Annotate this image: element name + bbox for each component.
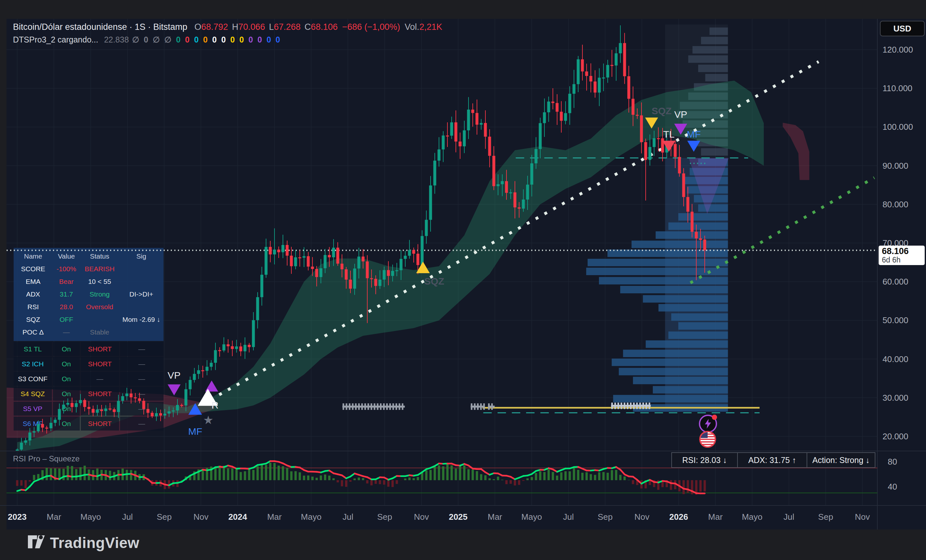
indicator-legend-row[interactable]: DTSPro3_2 cargando...22.838∅0∅∅000000000…	[13, 35, 284, 44]
time-axis-label[interactable]: Mar	[267, 512, 281, 522]
momentum-bar	[223, 466, 225, 480]
price-axis-label[interactable]: 100.000	[882, 122, 913, 132]
momentum-bar	[396, 480, 398, 484]
time-axis-label[interactable]: Nov	[855, 512, 870, 522]
momentum-bar	[594, 475, 596, 480]
rsi-axis-label[interactable]: 80	[888, 457, 897, 467]
time-axis-label[interactable]: Mar	[488, 512, 502, 522]
time-axis-label[interactable]: Mayo	[301, 512, 322, 522]
ohlc-letter: O	[194, 22, 201, 32]
momentum-bar	[25, 480, 27, 488]
ohlc-value: 70.066	[238, 22, 265, 32]
momentum-bar	[215, 468, 217, 480]
momentum-bar	[96, 469, 98, 480]
ohlc-letter: C	[305, 22, 311, 32]
chart-data-layer: VPTLMFVPRMF★	[0, 0, 926, 560]
volume-label: Vol.	[405, 22, 419, 32]
momentum-bar	[586, 472, 588, 480]
time-axis-label[interactable]: Mar	[708, 512, 723, 522]
time-axis-label[interactable]: Jul	[563, 512, 573, 522]
price-axis-label[interactable]: 120.000	[882, 45, 913, 55]
candle-body	[117, 401, 120, 412]
symbol-title[interactable]: Bitcoin/Dólar estadounidense · 1S · Bits…	[13, 22, 187, 32]
lightning-event-icon[interactable]	[699, 415, 717, 433]
time-axis-label[interactable]: 2025	[449, 512, 468, 522]
momentum-bar	[232, 469, 234, 480]
indicator-chip: 0	[275, 35, 280, 44]
time-axis-label[interactable]: Mayo	[521, 512, 542, 522]
price-axis-label[interactable]: 60.000	[882, 277, 908, 287]
time-axis-label[interactable]: Mayo	[80, 512, 101, 522]
candle-body	[518, 207, 521, 209]
momentum-bar	[282, 466, 284, 480]
candle-body	[67, 403, 70, 404]
candles	[16, 25, 707, 456]
candle-body	[594, 82, 597, 92]
candle-body	[699, 239, 702, 240]
momentum-bar	[573, 468, 575, 480]
time-axis-label[interactable]: 2023	[8, 512, 27, 522]
time-axis-label[interactable]: 2026	[669, 512, 688, 522]
time-axis-label[interactable]: Sep	[598, 512, 613, 522]
change-value: −686 (−1,00%)	[342, 22, 400, 32]
candle-body	[463, 130, 466, 146]
candle-body	[366, 262, 369, 278]
momentum-bar	[257, 466, 259, 480]
symbol-legend-row[interactable]: Bitcoin/Dólar estadounidense · 1S · Bits…	[13, 22, 442, 32]
us-flag-event-icon[interactable]	[699, 431, 716, 448]
candle-body	[649, 147, 652, 160]
last-price-value: 68.106	[882, 247, 925, 256]
price-axis-label[interactable]: 50.000	[882, 315, 908, 325]
time-axis-label[interactable]: Jul	[784, 512, 794, 522]
candle-body	[319, 268, 322, 277]
candle-body	[611, 65, 614, 66]
time-axis-label[interactable]: 2024	[228, 512, 247, 522]
price-axis-label[interactable]: 110.000	[882, 83, 912, 94]
momentum-bar	[324, 474, 327, 480]
time-axis-label[interactable]: Jul	[122, 512, 133, 522]
momentum-bar	[602, 472, 605, 480]
price-axis-label[interactable]: 30.000	[882, 393, 908, 403]
bar-countdown: 6d 6h	[882, 256, 925, 264]
price-axis-label[interactable]: 80.000	[882, 199, 908, 209]
momentum-bar	[383, 480, 386, 485]
candle-body	[661, 138, 664, 153]
momentum-bar	[518, 480, 520, 485]
rsi-axis-label[interactable]: 40	[888, 482, 897, 492]
price-axis-label[interactable]: 20.000	[882, 431, 908, 442]
candle-body	[459, 141, 462, 146]
time-axis-label[interactable]: Mayo	[742, 512, 763, 522]
candle-body	[244, 345, 247, 351]
momentum-bar	[345, 480, 348, 487]
time-axis-label[interactable]: Mar	[47, 512, 61, 522]
candle-body	[425, 219, 428, 236]
time-axis-label[interactable]: Nov	[414, 512, 429, 522]
tradingview-attribution[interactable]: TradingView	[27, 534, 139, 552]
price-axis-label[interactable]: 90.000	[882, 160, 908, 171]
momentum-bar	[84, 466, 86, 480]
time-axis-label[interactable]: Sep	[818, 512, 833, 522]
time-axis-label[interactable]: Nov	[634, 512, 649, 522]
candle-body	[88, 407, 91, 409]
time-axis-label[interactable]: Nov	[194, 512, 208, 522]
candle-body	[480, 123, 483, 124]
candle-body	[180, 405, 183, 406]
candle-body	[446, 136, 449, 136]
time-axis-label[interactable]: Sep	[157, 512, 172, 522]
momentum-bar	[522, 480, 525, 481]
time-axis-label[interactable]: Sep	[377, 512, 392, 522]
momentum-bar	[451, 465, 453, 480]
indicator-name[interactable]: DTSPro3_2 cargando...	[13, 35, 98, 44]
indicator-chip: 0	[239, 35, 244, 44]
candle-body	[400, 259, 402, 270]
candle-body	[552, 101, 554, 103]
momentum-bar	[535, 473, 537, 480]
price-axis-label[interactable]: 40.000	[882, 354, 908, 364]
candle-body	[682, 173, 685, 197]
candle-body	[564, 113, 567, 121]
currency-toggle-button[interactable]: USD	[880, 21, 925, 36]
momentum-bar	[63, 469, 65, 480]
momentum-bar	[548, 469, 550, 480]
time-axis-label[interactable]: Jul	[343, 512, 353, 522]
white-dotted-resistance	[210, 62, 819, 400]
